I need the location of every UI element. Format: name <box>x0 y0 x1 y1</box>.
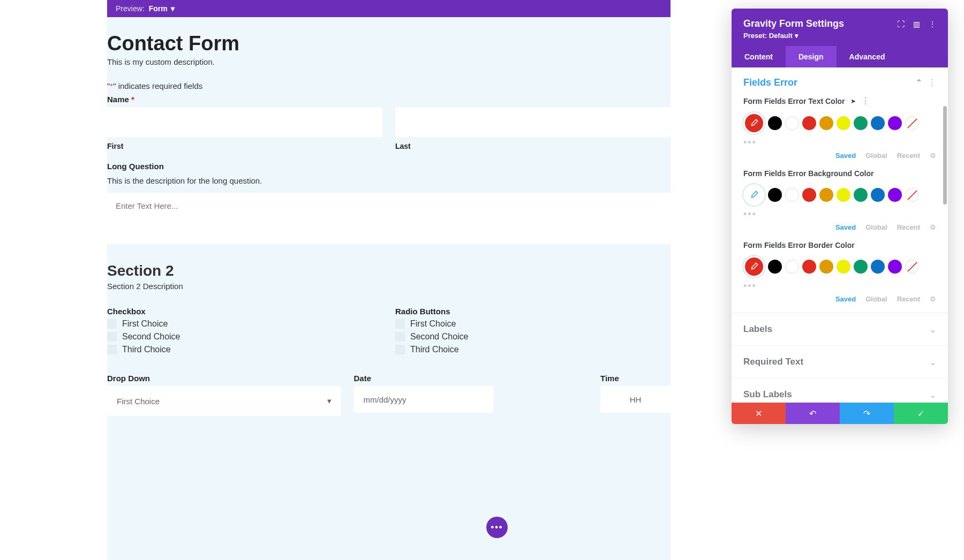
columns-icon[interactable]: ▥ <box>913 20 920 28</box>
cat-saved[interactable]: Saved <box>835 223 856 231</box>
preview-value: Form <box>149 4 168 13</box>
fields-error-section-header[interactable]: Fields Error ⌃ ⋮ <box>732 67 948 96</box>
error-bg-color-block: Form Fields Error Background Color ••• S… <box>732 169 948 241</box>
color-swatch[interactable] <box>871 116 885 130</box>
redo-button[interactable]: ↷ <box>840 403 894 424</box>
required-text-section[interactable]: Required Text ⌄ <box>732 345 948 378</box>
gear-icon[interactable]: ⚙ <box>930 295 936 303</box>
tab-advanced[interactable]: Advanced <box>837 46 898 67</box>
color-swatch[interactable] <box>837 188 850 202</box>
first-name-input[interactable] <box>107 107 382 137</box>
labels-section[interactable]: Labels ⌄ <box>732 313 948 345</box>
chevron-down-icon: ⌄ <box>929 390 936 400</box>
radio-option[interactable]: Third Choice <box>395 345 671 354</box>
color-swatch[interactable] <box>854 188 868 202</box>
radio-icon <box>395 345 405 354</box>
time-hh-input[interactable]: HH <box>600 386 671 413</box>
color-swatch[interactable] <box>854 116 868 130</box>
color-swatch[interactable] <box>888 260 902 274</box>
color-swatch[interactable] <box>819 188 833 202</box>
sub-labels-section[interactable]: Sub Labels ⌄ <box>732 378 948 403</box>
long-question-label: Long Question <box>107 162 671 171</box>
form-title: Contact Form <box>107 32 671 55</box>
color-label: Form Fields Error Background Color <box>743 169 873 178</box>
cat-recent[interactable]: Recent <box>897 152 920 160</box>
picked-color[interactable] <box>743 184 765 206</box>
preview-bar[interactable]: Preview: Form ▾ <box>107 0 671 17</box>
radio-option[interactable]: First Choice <box>395 319 671 329</box>
expand-icon[interactable]: ⛶ <box>897 20 905 28</box>
panel-body[interactable]: Fields Error ⌃ ⋮ Form Fields Error Text … <box>732 67 948 403</box>
chevron-down-icon: ▾ <box>327 396 332 406</box>
dropdown-select[interactable]: First Choice ▾ <box>107 386 341 416</box>
kebab-icon[interactable]: ⋮ <box>861 96 870 106</box>
cat-global[interactable]: Global <box>865 152 887 160</box>
color-swatch[interactable] <box>785 116 799 130</box>
form-preview: Contact Form This is my custom descripti… <box>107 17 671 560</box>
more-dots-icon[interactable]: ••• <box>743 209 936 220</box>
cat-saved[interactable]: Saved <box>835 295 856 303</box>
color-swatch[interactable] <box>785 188 799 202</box>
pointer-icon: ➤ <box>850 97 856 105</box>
scrollbar[interactable] <box>943 106 947 205</box>
tab-content[interactable]: Content <box>732 46 786 67</box>
panel-tabs: Content Design Advanced <box>732 46 948 67</box>
cat-recent[interactable]: Recent <box>897 295 920 303</box>
color-swatch[interactable] <box>837 260 850 274</box>
kebab-icon[interactable]: ⋮ <box>929 20 936 28</box>
cat-global[interactable]: Global <box>865 295 887 303</box>
kebab-icon[interactable]: ⋮ <box>928 78 936 88</box>
checkbox-option[interactable]: Second Choice <box>107 332 382 342</box>
checkbox-option[interactable]: Third Choice <box>107 345 382 354</box>
cat-global[interactable]: Global <box>865 223 887 231</box>
close-button[interactable]: ✕ <box>732 403 786 424</box>
checkbox-icon <box>107 332 117 342</box>
checkbox-option[interactable]: First Choice <box>107 319 382 329</box>
checkbox-icon <box>107 319 117 329</box>
picked-color[interactable] <box>743 112 765 134</box>
more-dots-icon[interactable]: ••• <box>743 281 936 292</box>
color-swatch[interactable] <box>802 116 816 130</box>
chevron-up-icon[interactable]: ⌃ <box>915 78 922 88</box>
last-name-input[interactable] <box>395 107 671 137</box>
color-swatch[interactable] <box>785 260 799 274</box>
color-swatch[interactable] <box>837 116 850 130</box>
color-swatch-none[interactable] <box>905 188 919 202</box>
time-label: Time <box>600 374 671 383</box>
color-swatch[interactable] <box>871 260 885 274</box>
color-swatch[interactable] <box>888 188 902 202</box>
more-dots-icon[interactable]: ••• <box>743 137 936 148</box>
picked-color[interactable] <box>743 256 765 277</box>
dropdown-label: Drop Down <box>107 374 341 383</box>
color-swatch[interactable] <box>819 260 833 274</box>
color-swatch[interactable] <box>802 260 816 274</box>
color-swatch[interactable] <box>871 188 885 202</box>
date-input[interactable]: mm/dd/yyyy <box>354 386 494 413</box>
cat-recent[interactable]: Recent <box>897 223 920 231</box>
more-fab-button[interactable]: ••• <box>486 517 508 538</box>
panel-title: Gravity Form Settings <box>743 18 844 29</box>
color-swatch[interactable] <box>802 188 816 202</box>
color-swatch[interactable] <box>768 260 782 274</box>
radio-option[interactable]: Second Choice <box>395 332 671 342</box>
color-swatch[interactable] <box>888 116 902 130</box>
color-swatch-none[interactable] <box>905 260 919 274</box>
gear-icon[interactable]: ⚙ <box>930 223 936 231</box>
tab-design[interactable]: Design <box>786 46 837 67</box>
name-label: Name * <box>107 95 671 104</box>
settings-panel: Gravity Form Settings ⛶ ▥ ⋮ Preset: Defa… <box>732 9 948 424</box>
long-question-textarea[interactable] <box>107 193 671 244</box>
color-swatch[interactable] <box>768 188 782 202</box>
checkbox-label: Checkbox <box>107 307 382 316</box>
preset-selector[interactable]: Preset: Default▾ <box>743 32 936 40</box>
form-description: This is my custom description. <box>107 57 671 66</box>
color-swatch[interactable] <box>819 116 833 130</box>
color-swatch-none[interactable] <box>905 116 919 130</box>
undo-button[interactable]: ↶ <box>786 403 840 424</box>
gear-icon[interactable]: ⚙ <box>930 152 936 160</box>
cat-saved[interactable]: Saved <box>835 152 856 160</box>
color-swatch[interactable] <box>768 116 782 130</box>
color-swatch[interactable] <box>854 260 868 274</box>
preview-label: Preview: <box>116 4 145 13</box>
save-button[interactable]: ✓ <box>894 403 948 424</box>
